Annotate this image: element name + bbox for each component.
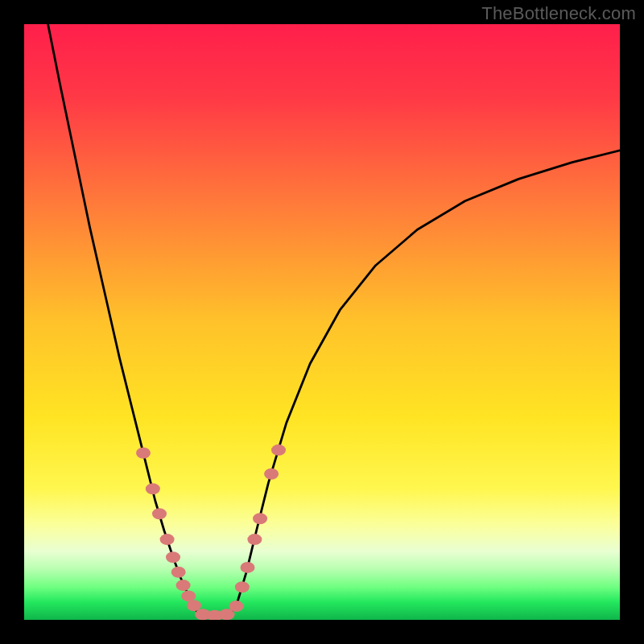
- gradient-background: [24, 24, 620, 620]
- marker-left-dots: [136, 448, 151, 459]
- chart-frame: TheBottleneck.com: [0, 0, 644, 644]
- marker-right-dots: [264, 469, 279, 480]
- marker-left-dots: [146, 483, 160, 494]
- watermark-text: TheBottleneck.com: [481, 3, 636, 24]
- marker-right-dots: [271, 444, 286, 456]
- plot-area: [24, 24, 620, 620]
- marker-left-dots: [171, 567, 186, 578]
- marker-left-dots: [166, 551, 180, 563]
- marker-right-dots: [241, 562, 255, 573]
- marker-right-dots: [247, 534, 262, 545]
- marker-left-dots: [187, 600, 201, 611]
- marker-left-dots: [176, 580, 191, 591]
- marker-left-dots: [160, 534, 175, 545]
- marker-right-dots: [235, 581, 250, 592]
- chart-svg: [24, 24, 620, 620]
- marker-right-dots: [253, 513, 267, 524]
- marker-right-dots: [229, 601, 243, 612]
- marker-left-dots: [152, 508, 167, 519]
